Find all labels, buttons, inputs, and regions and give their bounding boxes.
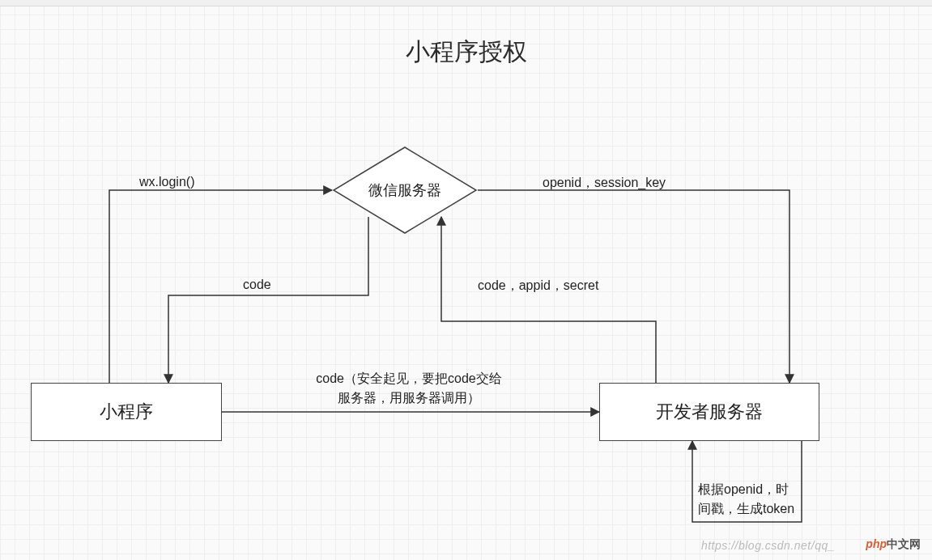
- node-wechat-server-label: 微信服务器: [332, 146, 478, 235]
- label-dev-self: 根据openid，时间戳，生成token: [698, 480, 811, 519]
- label-wx-login: wx.login(): [139, 175, 194, 189]
- label-dev-to-wechat: code，appid，secret: [478, 278, 598, 295]
- node-dev-server-label: 开发者服务器: [656, 400, 763, 424]
- top-border: [0, 0, 932, 6]
- label-code-return: code: [243, 278, 271, 292]
- diagram-title: 小程序授权: [0, 36, 932, 69]
- brand-cn: 中文网: [887, 537, 921, 550]
- brand-php: php: [866, 537, 887, 550]
- label-wechat-to-dev: openid，session_key: [543, 175, 666, 192]
- node-miniprogram: 小程序: [31, 383, 222, 441]
- node-dev-server: 开发者服务器: [599, 383, 819, 441]
- brand-logo: php中文网: [866, 537, 921, 552]
- node-wechat-server: 微信服务器: [332, 146, 478, 235]
- node-miniprogram-label: 小程序: [100, 400, 153, 424]
- watermark-text: https://blog.csdn.net/qq_: [701, 539, 835, 552]
- label-code-to-dev: code（安全起见，要把code交给服务器，用服务器调用）: [271, 369, 547, 408]
- grid-background: [0, 0, 932, 560]
